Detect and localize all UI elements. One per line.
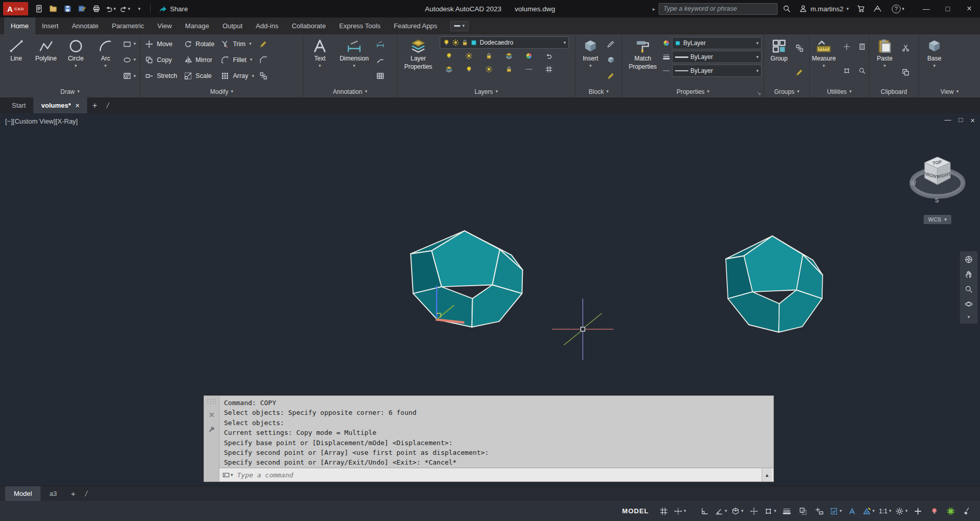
clipboard-panel-label[interactable]: Clipboard: [869, 86, 918, 97]
drawing-restore-icon[interactable]: □: [958, 116, 963, 125]
orbit-button[interactable]: [965, 300, 973, 308]
draw-panel-label[interactable]: Draw▾: [0, 86, 140, 97]
autodesk-access-button[interactable]: [870, 2, 885, 15]
layer-select[interactable]: Dodecaedro ▾: [440, 36, 569, 49]
insert-button[interactable]: Insert▾: [578, 36, 603, 84]
annotation-panel-label[interactable]: Annotation▾: [303, 86, 397, 97]
minimize-button[interactable]: —: [915, 0, 937, 17]
block-editor-button[interactable]: [606, 69, 616, 83]
modify-panel-label[interactable]: Modify▾: [140, 86, 303, 97]
autocad-logo[interactable]: A CAD: [3, 2, 28, 15]
trim-button[interactable]: Trim▾: [218, 36, 256, 52]
share-button[interactable]: Share: [155, 2, 192, 15]
undo-button[interactable]: ▾: [104, 2, 117, 15]
plot-button[interactable]: [90, 2, 103, 15]
ribbon-display-toggle[interactable]: ▾: [450, 21, 469, 31]
leader-button[interactable]: [375, 53, 385, 67]
layer-properties-button[interactable]: Layer Properties: [399, 36, 437, 84]
match-properties-button[interactable]: Match Properties: [624, 36, 661, 84]
file-tab-overflow-icon[interactable]: /: [103, 97, 113, 113]
annotation-autoscale-button[interactable]: ▾: [861, 504, 876, 519]
layer-make-current-button[interactable]: [500, 50, 518, 62]
tab-parametric[interactable]: Parametric: [105, 17, 151, 34]
clean-screen-button[interactable]: [959, 504, 975, 519]
user-menu[interactable]: m.martins2 ▾: [796, 2, 852, 15]
viewcube[interactable]: W S TOP FRONT RIGHT: [907, 145, 968, 208]
annotation-scale-button[interactable]: 1:1▾: [877, 504, 893, 519]
tab-collaborate[interactable]: Collaborate: [285, 17, 333, 34]
viewcube-south-label[interactable]: S: [935, 197, 939, 204]
save-button[interactable]: [61, 2, 74, 15]
layer-match-button[interactable]: [520, 50, 538, 62]
polar-tracking-button[interactable]: ▾: [713, 504, 729, 519]
dimension-style-button[interactable]: [375, 37, 385, 51]
properties-panel-label[interactable]: Properties▾↘: [622, 86, 764, 97]
arc-button[interactable]: Arc▾: [91, 36, 119, 84]
text-button[interactable]: Text▾: [305, 36, 334, 84]
rotate-button[interactable]: Rotate: [181, 36, 217, 52]
lineweight-select[interactable]: ByLayer▾: [672, 51, 762, 63]
chamfer-button[interactable]: [258, 53, 269, 67]
tab-output[interactable]: Output: [216, 17, 249, 34]
group-edit-button[interactable]: [794, 66, 805, 79]
command-history[interactable]: Command: COPY Select objects: Specify op…: [219, 396, 773, 468]
help-button[interactable]: ? ▾: [887, 2, 909, 15]
ortho-mode-button[interactable]: [697, 504, 712, 519]
copy-button[interactable]: Copy: [142, 52, 180, 68]
scale-button[interactable]: Scale: [181, 68, 217, 84]
model-space-button[interactable]: MODEL: [622, 507, 649, 515]
layer-unisolate-button[interactable]: [460, 63, 478, 75]
new-layout-button[interactable]: +: [66, 486, 81, 501]
layer-lock-button[interactable]: [480, 50, 498, 62]
command-window-rail[interactable]: [204, 396, 219, 482]
paste-button[interactable]: Paste▾: [871, 36, 898, 84]
new-drawing-button[interactable]: [32, 2, 46, 15]
lineweight-display-button[interactable]: [779, 504, 794, 519]
workspace-switching-button[interactable]: ▾: [894, 504, 909, 519]
layout-tab-a3[interactable]: a3: [40, 486, 65, 501]
maximize-button[interactable]: □: [937, 0, 958, 17]
move-button[interactable]: Move: [142, 36, 180, 52]
command-properties-button[interactable]: [207, 425, 217, 435]
search-collapse-icon[interactable]: ▸: [651, 6, 657, 12]
layer-settings-button[interactable]: [540, 63, 558, 75]
properties-dialog-launcher[interactable]: ↘: [757, 90, 761, 96]
object-color-select[interactable]: ByLayer▾: [672, 37, 762, 49]
utilities-panel-label[interactable]: Utilities▾: [810, 86, 869, 97]
copy-clip-button[interactable]: [901, 66, 911, 79]
dynamic-input-button[interactable]: [812, 504, 827, 519]
object-snap-button[interactable]: ▾: [763, 504, 778, 519]
qat-customize-button[interactable]: ▾: [133, 2, 146, 15]
table-button[interactable]: [375, 69, 385, 83]
command-scroll-up-button[interactable]: ▲: [762, 468, 772, 482]
grid-display-button[interactable]: [656, 504, 671, 519]
snap-mode-button[interactable]: ▾: [672, 504, 688, 519]
dimension-button[interactable]: Dimension▾: [336, 36, 373, 84]
search-button[interactable]: [780, 2, 794, 15]
tab-add-ins[interactable]: Add-ins: [249, 17, 285, 34]
stretch-button[interactable]: Stretch: [142, 68, 180, 84]
file-tab-volumes[interactable]: volumes* ×: [33, 97, 87, 113]
model-tab[interactable]: Model: [5, 486, 40, 501]
layer-previous-button[interactable]: [540, 50, 558, 62]
recent-commands-button[interactable]: ▾: [221, 470, 235, 480]
layer-off-button[interactable]: [440, 50, 458, 62]
array-button[interactable]: Array▾: [218, 68, 256, 84]
selection-cycling-button[interactable]: ▾: [828, 504, 844, 519]
ucs-icon[interactable]: [431, 283, 468, 328]
group-button[interactable]: Group: [766, 36, 792, 84]
object-snap-tracking-button[interactable]: [746, 504, 762, 519]
layer-merge-button[interactable]: [480, 63, 498, 75]
isolate-objects-button[interactable]: [927, 504, 942, 519]
rectangle-button[interactable]: ▾: [122, 37, 137, 51]
tab-express-tools[interactable]: Express Tools: [333, 17, 387, 34]
save-as-button[interactable]: [75, 2, 89, 15]
layout-overflow-icon[interactable]: /: [81, 486, 91, 501]
command-close-button[interactable]: [207, 410, 217, 420]
layer-linetype-button[interactable]: [520, 63, 538, 75]
linetype-select[interactable]: ByLayer▾: [672, 65, 762, 77]
quick-select-button[interactable]: [853, 65, 871, 77]
ungroup-button[interactable]: [794, 42, 805, 55]
mirror-button[interactable]: Mirror: [181, 52, 217, 68]
drawing-close-icon[interactable]: ×: [970, 116, 975, 125]
